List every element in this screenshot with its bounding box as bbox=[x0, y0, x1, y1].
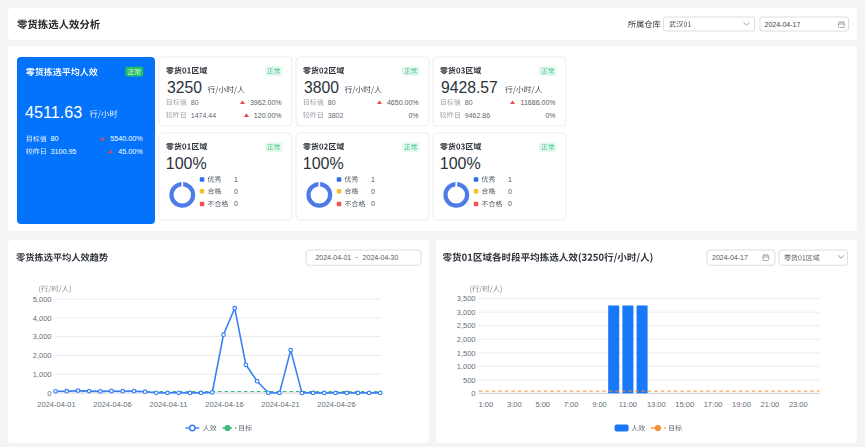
svg-text:2024-04-30: 2024-04-30 bbox=[363, 254, 399, 261]
svg-text:100%: 100% bbox=[166, 155, 207, 172]
svg-text:1:00: 1:00 bbox=[479, 400, 494, 409]
svg-text:5,000: 5,000 bbox=[33, 295, 52, 304]
svg-text:100%: 100% bbox=[440, 155, 481, 172]
svg-text:19:00: 19:00 bbox=[732, 400, 751, 409]
svg-text:9:00: 9:00 bbox=[592, 400, 607, 409]
svg-text:17:00: 17:00 bbox=[704, 400, 723, 409]
svg-text:0: 0 bbox=[234, 188, 238, 195]
svg-text:80: 80 bbox=[465, 99, 473, 106]
svg-text:0: 0 bbox=[371, 200, 375, 207]
svg-text:1: 1 bbox=[508, 176, 512, 183]
svg-text:5540.00%: 5540.00% bbox=[110, 134, 143, 143]
svg-text:1,000: 1,000 bbox=[457, 362, 476, 371]
svg-text:9428.57: 9428.57 bbox=[441, 79, 498, 96]
svg-text:2024-04-17: 2024-04-17 bbox=[765, 21, 801, 28]
svg-text:45.00%: 45.00% bbox=[118, 147, 143, 156]
svg-text:21:00: 21:00 bbox=[761, 400, 780, 409]
svg-text:2024-04-06: 2024-04-06 bbox=[93, 400, 131, 409]
svg-text:5:00: 5:00 bbox=[535, 400, 550, 409]
svg-text:80: 80 bbox=[50, 134, 58, 143]
svg-text:2,000: 2,000 bbox=[33, 351, 52, 360]
svg-text:2024-04-26: 2024-04-26 bbox=[317, 400, 355, 409]
svg-text:3,500: 3,500 bbox=[457, 294, 476, 303]
svg-text:3250: 3250 bbox=[167, 79, 202, 96]
svg-text:4511.63: 4511.63 bbox=[25, 103, 82, 121]
svg-text:0: 0 bbox=[234, 200, 238, 207]
svg-text:1,000: 1,000 bbox=[33, 370, 52, 379]
svg-text:~: ~ bbox=[355, 254, 359, 261]
svg-text:3962.00%: 3962.00% bbox=[250, 99, 282, 106]
svg-text:0%: 0% bbox=[545, 112, 555, 119]
svg-text:2024-04-01: 2024-04-01 bbox=[37, 400, 75, 409]
svg-text:2024-04-01: 2024-04-01 bbox=[315, 254, 351, 261]
svg-text:0: 0 bbox=[508, 188, 512, 195]
svg-text:3:00: 3:00 bbox=[507, 400, 522, 409]
svg-text:15:00: 15:00 bbox=[675, 400, 694, 409]
svg-text:0: 0 bbox=[371, 188, 375, 195]
svg-text:0: 0 bbox=[471, 389, 475, 398]
svg-text:11:00: 11:00 bbox=[619, 400, 637, 409]
svg-text:3802: 3802 bbox=[328, 112, 344, 119]
svg-text:7:00: 7:00 bbox=[564, 400, 579, 409]
svg-text:9462.86: 9462.86 bbox=[465, 112, 490, 119]
svg-text:2024-04-16: 2024-04-16 bbox=[205, 400, 243, 409]
svg-text:3,000: 3,000 bbox=[33, 332, 52, 341]
svg-text:2024-04-11: 2024-04-11 bbox=[150, 400, 188, 409]
svg-text:2,000: 2,000 bbox=[457, 335, 476, 344]
svg-text:1: 1 bbox=[234, 176, 238, 183]
svg-text:120.00%: 120.00% bbox=[254, 112, 282, 119]
svg-text:2024-04-17: 2024-04-17 bbox=[712, 254, 748, 261]
svg-text:500: 500 bbox=[463, 376, 476, 385]
svg-text:4650.00%: 4650.00% bbox=[387, 99, 419, 106]
svg-text:23:00: 23:00 bbox=[789, 400, 808, 409]
svg-text:3100.95: 3100.95 bbox=[50, 147, 76, 156]
svg-text:80: 80 bbox=[328, 99, 336, 106]
svg-text:2,500: 2,500 bbox=[457, 321, 476, 330]
svg-text:1,500: 1,500 bbox=[457, 349, 476, 358]
svg-text:3800: 3800 bbox=[304, 79, 339, 96]
svg-text:1: 1 bbox=[371, 176, 375, 183]
svg-text:100%: 100% bbox=[303, 155, 344, 172]
svg-text:0: 0 bbox=[508, 200, 512, 207]
svg-text:3,000: 3,000 bbox=[457, 308, 476, 317]
svg-text:4,000: 4,000 bbox=[33, 314, 52, 323]
svg-text:0: 0 bbox=[47, 389, 51, 398]
svg-text:11686.00%: 11686.00% bbox=[521, 99, 556, 106]
svg-text:13:00: 13:00 bbox=[647, 400, 666, 409]
svg-text:0%: 0% bbox=[408, 112, 418, 119]
svg-text:2024-04-21: 2024-04-21 bbox=[261, 400, 299, 409]
svg-text:80: 80 bbox=[191, 99, 199, 106]
svg-text:1474.44: 1474.44 bbox=[191, 112, 216, 119]
